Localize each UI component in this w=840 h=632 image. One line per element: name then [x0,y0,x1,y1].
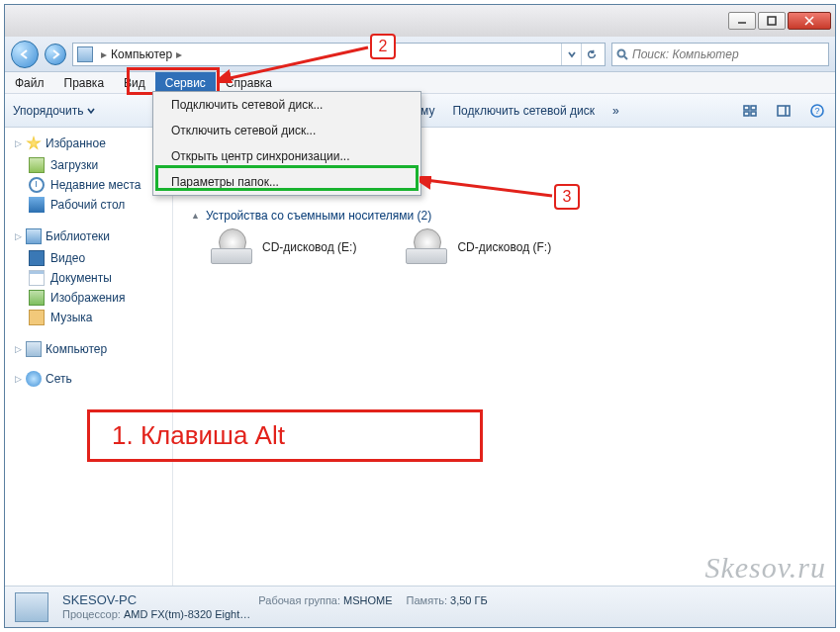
svg-rect-4 [744,112,749,116]
svg-rect-5 [751,112,756,116]
section-removable[interactable]: ▲Устройства со съемными носителями (2) [191,209,817,223]
nav-row: ▸ Компьютер ▸ Поиск: Компьютер [5,37,835,72]
computer-icon [26,341,42,357]
refresh-icon[interactable] [581,44,601,65]
svg-line-9 [226,47,368,79]
close-button[interactable] [788,12,831,30]
cd-drive-icon [406,230,447,264]
service-dropdown: Подключить сетевой диск... Отключить сет… [152,91,421,196]
svg-rect-6 [778,106,790,116]
menu-item-unmap-drive[interactable]: Отключить сетевой диск... [153,118,420,143]
sidebar-item-recent[interactable]: Недавние места [15,175,168,195]
libraries-icon [26,228,42,244]
svg-point-1 [618,49,625,56]
back-button[interactable] [11,41,39,68]
svg-rect-0 [768,17,776,25]
organize-button[interactable]: Упорядочить [13,104,95,118]
annotation-arrow-2 [220,44,372,83]
computer-icon [77,46,93,62]
sidebar-item-music[interactable]: Музыка [15,308,168,327]
svg-rect-2 [744,106,749,110]
menu-service[interactable]: Сервис [155,72,216,93]
svg-line-10 [425,180,552,196]
menu-item-folder-options[interactable]: Параметры папок... [153,169,420,195]
computer-thumb-icon [15,592,48,622]
sidebar-item-downloads[interactable]: Загрузки [15,155,168,175]
downloads-icon [29,157,45,173]
desktop-icon [29,197,45,213]
sidebar-item-video[interactable]: Видео [15,248,168,268]
status-bar: SKESOV-PC Процессор: AMD FX(tm)-8320 Eig… [5,586,835,627]
sidebar-favorites[interactable]: ▷Избранное [15,135,168,151]
breadcrumb-computer[interactable]: Компьютер [111,47,172,61]
drive-f[interactable]: CD-дисковод (F:) [406,230,551,264]
preview-pane-icon[interactable] [774,101,793,121]
cd-drive-icon [211,230,252,264]
sidebar-network[interactable]: ▷Сеть [15,371,168,387]
menu-view[interactable]: Вид [114,72,155,93]
star-icon [26,135,42,151]
search-placeholder: Поиск: Компьютер [632,47,739,61]
status-computer-name: SKESOV-PC [62,593,250,607]
menu-file[interactable]: Файл [5,72,54,93]
sidebar-item-images[interactable]: Изображения [15,288,168,308]
drive-e[interactable]: CD-дисковод (E:) [211,230,356,264]
menu-item-map-drive[interactable]: Подключить сетевой диск... [153,92,420,118]
annotation-arrow-3 [420,176,558,200]
annotation-text-1: 1. Клавиша Alt [87,409,483,462]
search-icon [616,48,628,60]
music-icon [29,310,45,325]
titlebar [5,5,835,37]
view-options-icon[interactable] [740,101,760,121]
annotation-marker-2: 2 [370,34,396,59]
map-drive-button[interactable]: Подключить сетевой диск [452,104,594,118]
address-dropdown-icon[interactable] [561,44,581,65]
menu-item-sync-center[interactable]: Открыть центр синхронизации... [153,143,420,169]
sidebar-item-desktop[interactable]: Рабочий стол [15,195,168,215]
maximize-button[interactable] [758,12,786,30]
menu-edit[interactable]: Правка [54,72,115,93]
nav-pane: ▷Избранное Загрузки Недавние места Рабоч… [5,128,173,586]
recent-icon [29,177,45,193]
search-input[interactable]: Поиск: Компьютер [611,43,829,66]
breadcrumb-sep-icon: ▸ [176,47,182,61]
minimize-button[interactable] [728,12,756,30]
toolbar-overflow[interactable]: » [612,104,619,118]
svg-text:?: ? [814,106,819,116]
forward-button[interactable] [45,44,66,65]
documents-icon [29,270,45,286]
video-icon [29,250,45,266]
help-icon[interactable]: ? [807,101,827,121]
annotation-marker-3: 3 [554,184,580,210]
svg-rect-3 [751,106,756,110]
images-icon [29,290,45,306]
sidebar-item-documents[interactable]: Документы [15,268,168,288]
sidebar-computer[interactable]: ▷Компьютер [15,341,168,357]
watermark: Skesov.ru [704,551,826,585]
network-icon [26,371,42,387]
sidebar-libraries[interactable]: ▷Библиотеки [15,228,168,244]
organize-label: Упорядочить [13,104,83,118]
breadcrumb-sep-icon: ▸ [101,47,107,61]
